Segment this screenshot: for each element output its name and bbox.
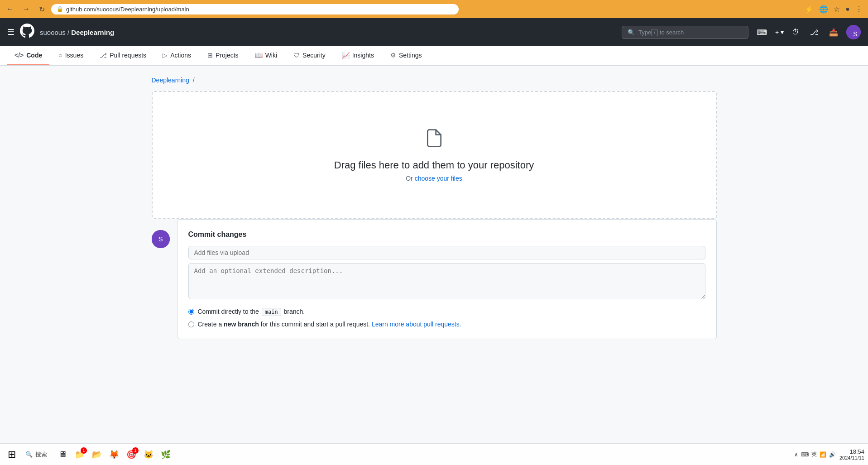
main-content: Deeplearning / Drag files here to add th… (144, 66, 724, 350)
browser-chrome: ← → ↻ 🔒 github.com/suooous/Deeplearning/… (0, 0, 868, 18)
commit-user-avatar: S (152, 230, 170, 248)
nav-issues-label: Issues (65, 52, 83, 59)
terminal-button[interactable]: ⌨ (754, 26, 770, 38)
repo-name: Deeplearning (71, 29, 114, 36)
security-icon: 🛡 (293, 52, 300, 59)
hamburger-menu[interactable]: ☰ (7, 27, 14, 37)
settings-icon: ⚙ (390, 52, 396, 59)
commit-direct-label: Commit directly to the main branch. (198, 308, 305, 316)
inbox-button[interactable]: 📥 (826, 26, 841, 38)
nav-settings[interactable]: ⚙ Settings (383, 46, 429, 65)
actions-icon: ▷ (163, 52, 168, 59)
upload-title: Drag files here to add them to your repo… (334, 159, 534, 171)
new-item-button[interactable]: + ▾ (775, 29, 784, 36)
nav-projects-label: Projects (216, 52, 239, 59)
commit-form-container: Commit changes Commit directly to the ma… (177, 219, 717, 339)
main-scroll-area: Deeplearning / Drag files here to add th… (0, 66, 868, 441)
nav-insights-label: Insights (352, 52, 374, 59)
user-link[interactable]: suooous (40, 29, 66, 36)
nav-projects[interactable]: ⊞ Projects (200, 46, 246, 65)
search-shortcut: / (651, 29, 658, 36)
translate-button[interactable]: 🌐 (817, 3, 830, 15)
commit-direct-radio[interactable] (188, 309, 194, 315)
refresh-button[interactable]: ↻ (36, 4, 48, 14)
header-left: ☰ suooous / Deeplearning (7, 24, 114, 41)
commit-options: Commit directly to the main branch. Crea… (188, 308, 705, 328)
extensions-button[interactable]: ⚡ (803, 3, 815, 15)
nav-wiki[interactable]: 📖 Wiki (248, 46, 284, 65)
commit-newbranch-radio[interactable] (188, 321, 194, 327)
commit-description-textarea[interactable] (188, 263, 705, 299)
search-placeholder: Type/ to search (638, 29, 743, 36)
github-logo[interactable] (20, 24, 34, 41)
nav-code[interactable]: </> Code (7, 46, 49, 65)
profile-button[interactable]: ● (844, 3, 852, 15)
branch-badge: main (262, 308, 281, 316)
nav-code-label: Code (26, 52, 42, 59)
commit-direct-option[interactable]: Commit directly to the main branch. (188, 308, 705, 316)
nav-security[interactable]: 🛡 Security (286, 46, 333, 65)
nav-security-label: Security (302, 52, 326, 59)
commit-section-title: Commit changes (188, 230, 705, 239)
repo-breadcrumb: suooous / Deeplearning (40, 29, 114, 36)
breadcrumb-sep: / (67, 29, 71, 36)
header-right: 🔍 Type/ to search ⌨ + ▾ ⏱ ⎇ 📥 S (622, 25, 861, 39)
svg-text:S: S (158, 235, 163, 243)
commit-wrapper: S Commit changes Commit directly to the … (152, 219, 717, 339)
breadcrumb-repo-link[interactable]: Deeplearning (152, 77, 189, 84)
commit-avatar-area: S (152, 219, 170, 339)
search-icon: 🔍 (628, 29, 635, 36)
nav-pr-label: Pull requests (110, 52, 146, 59)
insights-icon: 📈 (342, 52, 350, 59)
upload-dropzone[interactable]: Drag files here to add them to your repo… (152, 91, 717, 219)
clock-button[interactable]: ⏱ (789, 26, 802, 38)
page-breadcrumb: Deeplearning / (152, 77, 717, 84)
projects-icon: ⊞ (207, 52, 213, 59)
nav-wiki-label: Wiki (265, 52, 277, 59)
choose-files-link[interactable]: choose your files (415, 175, 462, 182)
breadcrumb-separator: / (193, 77, 195, 84)
address-bar[interactable]: 🔒 github.com/suooous/Deeplearning/upload… (51, 4, 459, 14)
code-icon: </> (14, 52, 24, 59)
nav-insights[interactable]: 📈 Insights (335, 46, 381, 65)
url-text: github.com/suooous/Deeplearning/upload/m… (66, 6, 189, 13)
nav-actions[interactable]: ▷ Actions (155, 46, 198, 65)
forward-button[interactable]: → (20, 4, 33, 14)
back-button[interactable]: ← (4, 4, 16, 14)
wiki-icon: 📖 (255, 52, 263, 59)
nav-settings-label: Settings (399, 52, 422, 59)
learn-more-link[interactable]: Learn more about pull requests. (372, 321, 461, 328)
repo-nav: </> Code ○ Issues ⎇ Pull requests ▷ Acti… (0, 46, 868, 66)
pull-request-icon[interactable]: ⎇ (807, 26, 821, 38)
nav-pullrequests[interactable]: ⎇ Pull requests (92, 46, 153, 65)
more-button[interactable]: ⋮ (854, 3, 864, 15)
nav-actions-label: Actions (170, 52, 191, 59)
secure-icon: 🔒 (57, 6, 63, 12)
upload-subtitle: Or choose your files (406, 175, 462, 182)
nav-issues[interactable]: ○ Issues (51, 46, 91, 65)
search-bar[interactable]: 🔍 Type/ to search (622, 26, 748, 39)
user-avatar[interactable]: S (846, 25, 861, 39)
pr-icon: ⎇ (100, 52, 107, 59)
issues-icon: ○ (58, 52, 62, 59)
github-header: ☰ suooous / Deeplearning 🔍 Type/ to sear… (0, 18, 868, 46)
svg-text:S: S (853, 30, 857, 38)
upload-file-icon (424, 128, 444, 152)
commit-newbranch-label: Create a new branch for this commit and … (198, 321, 461, 328)
favorites-button[interactable]: ☆ (832, 3, 842, 15)
commit-newbranch-option[interactable]: Create a new branch for this commit and … (188, 321, 705, 328)
browser-actions: ⚡ 🌐 ☆ ● ⋮ (803, 3, 864, 15)
commit-message-input[interactable] (188, 246, 705, 259)
